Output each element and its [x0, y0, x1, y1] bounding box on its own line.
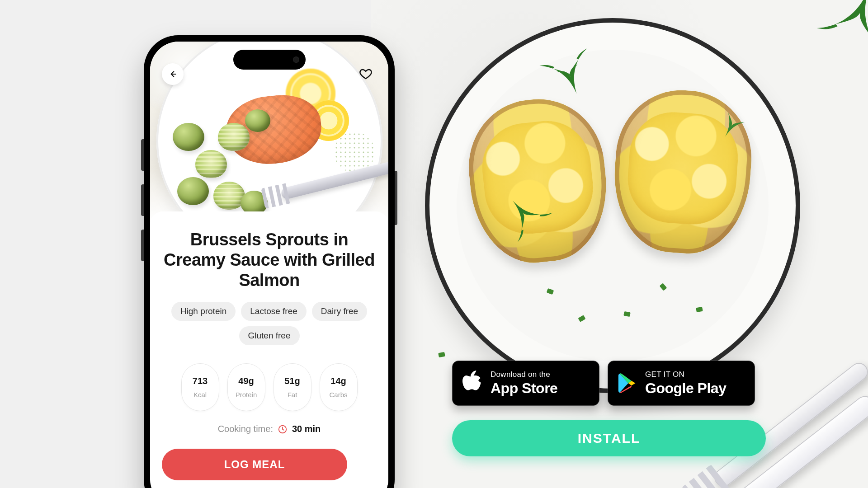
apple-logo-icon — [462, 371, 482, 396]
recipe-card: Brussels Sprouts in Creamy Sauce with Gr… — [150, 211, 388, 488]
tag-high-protein: High protein — [171, 302, 236, 321]
brussels-sprout — [218, 123, 250, 151]
recipe-tags: High protein Lactose free Dairy free Glu… — [162, 302, 377, 345]
nutri-label: Carbs — [329, 391, 347, 399]
phone-screen: Brussels Sprouts in Creamy Sauce with Gr… — [150, 42, 388, 488]
recipe-title: Brussels Sprouts in Creamy Sauce with Gr… — [162, 230, 377, 290]
brussels-sprout — [173, 123, 204, 151]
arrow-left-icon — [168, 70, 177, 79]
cooking-time-value: 30 min — [292, 424, 321, 434]
heart-icon — [359, 67, 373, 81]
tag-gluten-free: Gluten free — [239, 326, 300, 345]
nutri-label: Kcal — [193, 391, 207, 399]
google-play-small-text: GET IT ON — [645, 370, 726, 379]
google-play-badge[interactable]: GET IT ON Google Play — [608, 361, 755, 406]
back-button[interactable] — [162, 63, 184, 85]
brussels-sprout — [245, 109, 270, 132]
nutri-value: 51g — [284, 376, 300, 386]
tag-dairy-free: Dairy free — [312, 302, 367, 321]
nutri-label: Fat — [288, 391, 297, 399]
google-play-logo-icon — [618, 373, 637, 394]
clock-icon — [278, 424, 288, 434]
install-button[interactable]: INSTALL — [452, 420, 766, 456]
brussels-sprout — [195, 150, 227, 178]
nutri-label: Protein — [236, 391, 257, 399]
nutri-value: 14g — [330, 376, 346, 386]
nutri-value: 49g — [238, 376, 254, 386]
parsley-corner-icon — [814, 0, 868, 56]
nutri-protein: 49g Protein — [227, 363, 265, 411]
phone-frame: Brussels Sprouts in Creamy Sauce with Gr… — [144, 35, 395, 488]
hero-food-photo — [371, 0, 868, 488]
app-store-badge[interactable]: Download on the App Store — [452, 361, 599, 406]
nutri-carbs: 14g Carbs — [320, 363, 358, 411]
brussels-sprout — [213, 182, 245, 210]
nutri-kcal: 713 Kcal — [181, 363, 219, 411]
brussels-sprout — [177, 177, 209, 205]
herb-sprinkle — [438, 352, 445, 357]
log-meal-button[interactable]: LOG MEAL — [162, 449, 347, 480]
cooking-time-row: Cooking time: 30 min — [162, 424, 377, 434]
tag-lactose-free: Lactose free — [241, 302, 307, 321]
cooking-time-label: Cooking time: — [218, 424, 273, 434]
dynamic-island — [233, 50, 306, 70]
store-badges: Download on the App Store GET IT ON Goog… — [452, 361, 755, 406]
app-store-big-text: App Store — [491, 380, 557, 397]
google-play-big-text: Google Play — [645, 380, 726, 397]
favorite-button[interactable] — [355, 63, 377, 85]
app-store-small-text: Download on the — [491, 370, 557, 379]
nutri-fat: 51g Fat — [274, 363, 311, 411]
nutri-value: 713 — [193, 376, 208, 386]
nutrition-row: 713 Kcal 49g Protein 51g Fat 14g Carbs — [162, 363, 377, 411]
